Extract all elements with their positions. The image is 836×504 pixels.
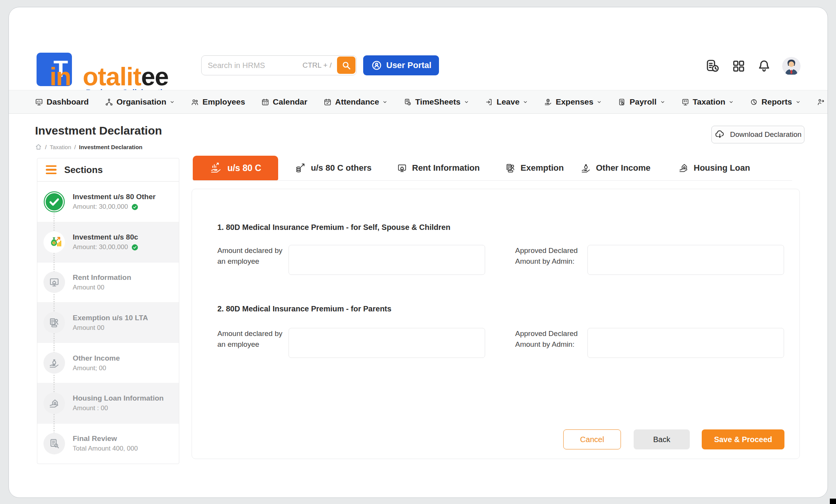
section-item-housing-loan[interactable]: Housing Loan Information Amount : 00 — [37, 383, 179, 423]
nav-item-separation[interactable]: Separation — [817, 97, 828, 106]
income-hand-icon — [43, 352, 65, 374]
sections-panel: Sections Investment u/s 80 Other Amount:… — [37, 158, 179, 464]
coins-growth-icon — [295, 162, 306, 174]
nav-item-timesheets[interactable]: TimeSheets — [404, 97, 469, 106]
declared-amount-label: Amount declared by an employee — [217, 328, 287, 349]
hand-chart-icon — [210, 162, 222, 174]
back-button[interactable]: Back — [634, 429, 690, 449]
timesheets-icon — [404, 98, 412, 106]
tab-exemption[interactable]: Exemption — [505, 156, 564, 180]
declaration-tabs: u/s 80 C u/s 80 C others Rent Informatio… — [193, 156, 793, 180]
organisation-icon — [105, 98, 113, 106]
s2-approved-amount-input[interactable] — [587, 328, 784, 358]
chevron-down-icon — [464, 100, 469, 105]
tab-housing-loan[interactable]: Housing Loan — [678, 156, 750, 180]
nav-item-calendar[interactable]: Calendar — [261, 97, 307, 106]
brand-logo[interactable]: T in otalitee Business Collaboration — [33, 40, 195, 97]
rent-board-icon — [43, 271, 65, 293]
home-icon[interactable] — [35, 143, 42, 150]
nav-item-taxation[interactable]: Taxation — [681, 97, 734, 106]
verified-badge-icon — [131, 203, 138, 211]
global-search: CTRL + / — [201, 55, 357, 75]
activity-log-button[interactable] — [704, 58, 721, 74]
tab-other-income[interactable]: Other Income — [581, 156, 651, 180]
leave-icon — [485, 98, 493, 106]
nav-item-payroll[interactable]: Payroll — [618, 97, 665, 106]
income-hand-icon — [581, 163, 591, 173]
money-bag-icon: $ — [43, 231, 65, 253]
search-input[interactable] — [202, 56, 356, 75]
sections-menu-icon[interactable] — [46, 165, 57, 175]
download-declaration-button[interactable]: Download Declaration — [711, 126, 804, 143]
search-button[interactable] — [337, 57, 355, 74]
section-item-investment-80c[interactable]: $ Investment u/s 80c Amount: 30,00,000 — [37, 222, 179, 262]
tab-rent-information[interactable]: Rent Information — [397, 156, 480, 180]
sections-title: Sections — [64, 165, 103, 175]
s1-declared-amount-input[interactable] — [289, 245, 485, 275]
tab-housing-loan-label: Housing Loan — [694, 163, 750, 173]
nav-item-employees[interactable]: Employees — [191, 97, 245, 106]
approved-amount-label: Approved Declared Amount by Admin: — [515, 245, 584, 266]
search-icon — [341, 60, 351, 70]
nav-item-reports[interactable]: Reports — [750, 97, 800, 106]
section2-heading: 2. 80D Medical Insurance Premium - for P… — [217, 304, 391, 313]
user-avatar[interactable] — [782, 57, 801, 75]
nav-item-organisation[interactable]: Organisation — [105, 97, 175, 106]
section-item-exemption-lta[interactable]: Exemption u/s 10 LTA Amount 00 — [37, 302, 179, 343]
verified-badge-icon — [131, 244, 138, 251]
house-hand-icon — [678, 163, 689, 173]
exemption-docs-icon — [43, 312, 65, 333]
s1-approved-amount-input[interactable] — [587, 245, 784, 275]
section-item-rent-information[interactable]: Rent Information Amount 00 — [37, 262, 179, 303]
nav-item-attendance[interactable]: Attendance — [324, 97, 387, 106]
attendance-icon — [324, 98, 332, 106]
chevron-down-icon — [523, 100, 528, 105]
document-clock-icon — [704, 58, 721, 74]
section-item-other-income[interactable]: Other Income Amount; 00 — [37, 343, 179, 383]
logo-mid: otalit — [83, 62, 141, 91]
nav-item-expenses[interactable]: Expenses — [544, 97, 602, 106]
cancel-button[interactable]: Cancel — [563, 429, 621, 449]
breadcrumb: / Taxation / Investment Declaration — [35, 143, 142, 150]
apps-menu-button[interactable] — [731, 59, 746, 73]
chevron-down-icon — [597, 100, 602, 105]
tab-other-income-label: Other Income — [596, 163, 651, 173]
chevron-down-icon — [796, 100, 801, 105]
section1-heading: 1. 80D Medical Insurance Premium - for S… — [217, 223, 451, 232]
avatar-image — [782, 57, 801, 75]
employees-icon — [191, 98, 199, 106]
page-title: Investment Declaration — [35, 124, 162, 137]
tab-us-80c[interactable]: u/s 80 C — [193, 156, 278, 180]
section-item-final-review[interactable]: Final Review Total Amount 400, 000 — [37, 423, 179, 464]
nav-item-dashboard[interactable]: Dashboard — [35, 97, 89, 106]
exemption-docs-icon — [505, 163, 516, 173]
search-shortcut-hint: CTRL + / — [302, 56, 332, 75]
breadcrumb-taxation[interactable]: Taxation — [50, 144, 71, 150]
tab-us-80c-others-label: u/s 80 C others — [311, 163, 372, 173]
section-item-investment-80-other[interactable]: Investment u/s 80 Other Amount: 30,00,00… — [37, 181, 179, 222]
user-portal-icon — [371, 60, 382, 71]
declared-amount-label: Amount declared by an employee — [217, 245, 287, 266]
tab-exemption-label: Exemption — [521, 163, 564, 173]
tab-us-80c-others[interactable]: u/s 80 C others — [295, 156, 372, 180]
nav-item-leave[interactable]: Leave — [485, 97, 528, 106]
app-window: T in otalitee Business Collaboration CTR… — [8, 7, 828, 498]
main-navigation: Dashboard Organisation Employees Calenda… — [9, 90, 828, 114]
reports-icon — [750, 98, 758, 106]
notifications-button[interactable] — [757, 59, 771, 73]
user-portal-button[interactable]: User Portal — [363, 55, 439, 75]
review-doc-icon — [43, 433, 65, 454]
tabs-divider — [193, 180, 792, 181]
taxation-icon — [681, 98, 689, 106]
bell-icon — [757, 59, 771, 73]
save-proceed-button[interactable]: Save & Proceed — [702, 429, 784, 449]
logo-suffix: ee — [141, 62, 169, 91]
breadcrumb-current: Investment Declaration — [79, 144, 142, 150]
screen-corner-artifact — [830, 499, 836, 504]
user-portal-label: User Portal — [386, 60, 431, 70]
payroll-icon — [618, 98, 626, 106]
s2-declared-amount-input[interactable] — [289, 328, 485, 358]
download-declaration-label: Download Declaration — [730, 130, 802, 139]
logo-prefix: in — [50, 62, 71, 91]
chevron-down-icon — [382, 100, 387, 105]
